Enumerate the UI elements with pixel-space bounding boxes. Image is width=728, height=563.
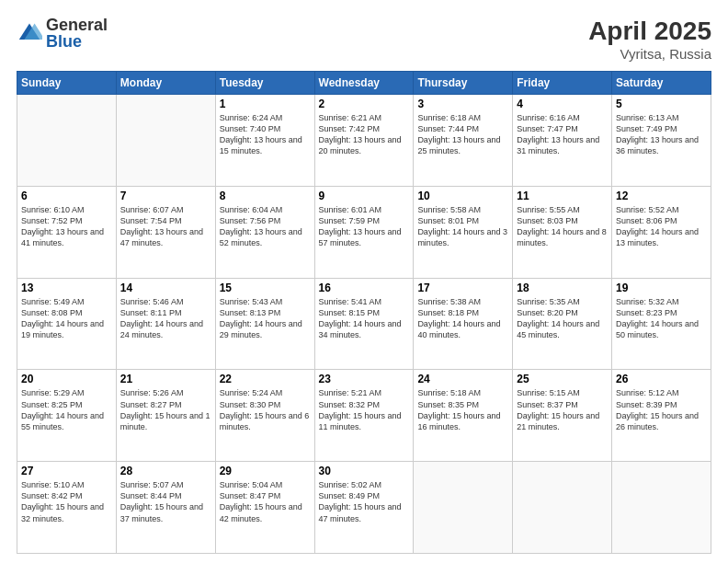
page: General Blue April 2025 Vyritsa, Russia … [0, 0, 728, 563]
calendar-cell: 15Sunrise: 5:43 AM Sunset: 8:13 PM Dayli… [215, 278, 314, 370]
calendar-cell: 14Sunrise: 5:46 AM Sunset: 8:11 PM Dayli… [116, 278, 215, 370]
calendar-cell: 19Sunrise: 5:32 AM Sunset: 8:23 PM Dayli… [612, 278, 711, 370]
month-title: April 2025 [588, 17, 711, 46]
day-info: Sunrise: 5:04 AM Sunset: 8:47 PM Dayligh… [220, 479, 311, 524]
calendar-cell: 30Sunrise: 5:02 AM Sunset: 8:49 PM Dayli… [314, 462, 414, 554]
day-info: Sunrise: 5:49 AM Sunset: 8:08 PM Dayligh… [21, 296, 112, 341]
day-number: 15 [220, 282, 311, 294]
day-number: 21 [120, 373, 211, 385]
header: General Blue April 2025 Vyritsa, Russia [17, 17, 711, 62]
calendar-header-row: SundayMondayTuesdayWednesdayThursdayFrid… [17, 72, 711, 95]
title-block: April 2025 Vyritsa, Russia [588, 17, 711, 62]
day-number: 16 [319, 282, 410, 294]
day-info: Sunrise: 5:41 AM Sunset: 8:15 PM Dayligh… [319, 296, 410, 341]
calendar-cell: 24Sunrise: 5:18 AM Sunset: 8:35 PM Dayli… [414, 370, 513, 462]
calendar-cell: 27Sunrise: 5:10 AM Sunset: 8:42 PM Dayli… [17, 462, 117, 554]
calendar-header-saturday: Saturday [612, 72, 711, 95]
day-info: Sunrise: 6:01 AM Sunset: 7:59 PM Dayligh… [319, 204, 410, 249]
day-number: 25 [517, 373, 608, 385]
calendar-cell: 7Sunrise: 6:07 AM Sunset: 7:54 PM Daylig… [116, 186, 215, 278]
day-info: Sunrise: 5:46 AM Sunset: 8:11 PM Dayligh… [120, 296, 211, 341]
day-number: 23 [319, 373, 410, 385]
calendar-cell: 29Sunrise: 5:04 AM Sunset: 8:47 PM Dayli… [215, 462, 314, 554]
day-info: Sunrise: 6:16 AM Sunset: 7:47 PM Dayligh… [517, 112, 608, 157]
day-number: 11 [517, 190, 608, 202]
day-info: Sunrise: 5:43 AM Sunset: 8:13 PM Dayligh… [220, 296, 311, 341]
calendar-cell: 6Sunrise: 6:10 AM Sunset: 7:52 PM Daylig… [17, 186, 117, 278]
calendar-cell: 5Sunrise: 6:13 AM Sunset: 7:49 PM Daylig… [612, 95, 711, 187]
calendar-cell: 25Sunrise: 5:15 AM Sunset: 8:37 PM Dayli… [513, 370, 612, 462]
calendar-week-2: 6Sunrise: 6:10 AM Sunset: 7:52 PM Daylig… [17, 186, 711, 278]
day-number: 9 [319, 190, 410, 202]
day-number: 1 [220, 98, 311, 110]
day-info: Sunrise: 5:21 AM Sunset: 8:32 PM Dayligh… [319, 387, 410, 432]
day-number: 19 [616, 282, 707, 294]
day-info: Sunrise: 5:10 AM Sunset: 8:42 PM Dayligh… [21, 479, 112, 524]
day-info: Sunrise: 6:18 AM Sunset: 7:44 PM Dayligh… [417, 112, 508, 157]
calendar-cell: 12Sunrise: 5:52 AM Sunset: 8:06 PM Dayli… [612, 186, 711, 278]
calendar-cell: 3Sunrise: 6:18 AM Sunset: 7:44 PM Daylig… [414, 95, 513, 187]
calendar-week-4: 20Sunrise: 5:29 AM Sunset: 8:25 PM Dayli… [17, 370, 711, 462]
calendar-cell: 8Sunrise: 6:04 AM Sunset: 7:56 PM Daylig… [215, 186, 314, 278]
logo-blue-text: Blue [46, 33, 108, 50]
day-number: 2 [319, 98, 410, 110]
calendar-header-thursday: Thursday [414, 72, 513, 95]
day-number: 26 [616, 373, 707, 385]
calendar-cell: 22Sunrise: 5:24 AM Sunset: 8:30 PM Dayli… [215, 370, 314, 462]
day-info: Sunrise: 6:10 AM Sunset: 7:52 PM Dayligh… [21, 204, 112, 249]
logo-general-text: General [46, 17, 108, 33]
day-info: Sunrise: 5:07 AM Sunset: 8:44 PM Dayligh… [120, 479, 211, 524]
calendar-cell: 1Sunrise: 6:24 AM Sunset: 7:40 PM Daylig… [215, 95, 314, 187]
day-info: Sunrise: 5:12 AM Sunset: 8:39 PM Dayligh… [616, 387, 707, 432]
day-info: Sunrise: 6:13 AM Sunset: 7:49 PM Dayligh… [616, 112, 707, 157]
day-number: 3 [417, 98, 508, 110]
calendar-cell: 9Sunrise: 6:01 AM Sunset: 7:59 PM Daylig… [314, 186, 414, 278]
day-info: Sunrise: 5:35 AM Sunset: 8:20 PM Dayligh… [517, 296, 608, 341]
day-number: 18 [517, 282, 608, 294]
day-info: Sunrise: 5:55 AM Sunset: 8:03 PM Dayligh… [517, 204, 608, 249]
day-info: Sunrise: 6:07 AM Sunset: 7:54 PM Dayligh… [120, 204, 211, 249]
calendar-cell: 16Sunrise: 5:41 AM Sunset: 8:15 PM Dayli… [314, 278, 414, 370]
calendar-header-tuesday: Tuesday [215, 72, 314, 95]
calendar-cell [414, 462, 513, 554]
location: Vyritsa, Russia [588, 46, 711, 62]
day-info: Sunrise: 5:26 AM Sunset: 8:27 PM Dayligh… [120, 387, 211, 432]
calendar-cell: 23Sunrise: 5:21 AM Sunset: 8:32 PM Dayli… [314, 370, 414, 462]
calendar-cell: 11Sunrise: 5:55 AM Sunset: 8:03 PM Dayli… [513, 186, 612, 278]
day-info: Sunrise: 5:15 AM Sunset: 8:37 PM Dayligh… [517, 387, 608, 432]
calendar-header-sunday: Sunday [17, 72, 117, 95]
calendar-header-monday: Monday [116, 72, 215, 95]
calendar-week-1: 1Sunrise: 6:24 AM Sunset: 7:40 PM Daylig… [17, 95, 711, 187]
day-number: 22 [220, 373, 311, 385]
calendar-cell: 20Sunrise: 5:29 AM Sunset: 8:25 PM Dayli… [17, 370, 117, 462]
day-info: Sunrise: 5:18 AM Sunset: 8:35 PM Dayligh… [417, 387, 508, 432]
day-number: 28 [120, 465, 211, 477]
calendar-cell: 2Sunrise: 6:21 AM Sunset: 7:42 PM Daylig… [314, 95, 414, 187]
calendar-cell: 10Sunrise: 5:58 AM Sunset: 8:01 PM Dayli… [414, 186, 513, 278]
day-info: Sunrise: 6:24 AM Sunset: 7:40 PM Dayligh… [220, 112, 311, 157]
calendar-week-5: 27Sunrise: 5:10 AM Sunset: 8:42 PM Dayli… [17, 462, 711, 554]
day-info: Sunrise: 5:29 AM Sunset: 8:25 PM Dayligh… [21, 387, 112, 432]
day-number: 30 [319, 465, 410, 477]
day-number: 14 [120, 282, 211, 294]
day-number: 13 [21, 282, 112, 294]
day-number: 4 [517, 98, 608, 110]
day-number: 7 [120, 190, 211, 202]
calendar-week-3: 13Sunrise: 5:49 AM Sunset: 8:08 PM Dayli… [17, 278, 711, 370]
day-number: 10 [417, 190, 508, 202]
day-number: 17 [417, 282, 508, 294]
day-info: Sunrise: 5:58 AM Sunset: 8:01 PM Dayligh… [417, 204, 508, 249]
calendar-cell [612, 462, 711, 554]
day-info: Sunrise: 5:02 AM Sunset: 8:49 PM Dayligh… [319, 479, 410, 524]
calendar-header-friday: Friday [513, 72, 612, 95]
day-info: Sunrise: 5:32 AM Sunset: 8:23 PM Dayligh… [616, 296, 707, 341]
day-number: 24 [417, 373, 508, 385]
day-info: Sunrise: 5:24 AM Sunset: 8:30 PM Dayligh… [220, 387, 311, 432]
day-number: 27 [21, 465, 112, 477]
day-info: Sunrise: 6:21 AM Sunset: 7:42 PM Dayligh… [319, 112, 410, 157]
logo-icon [17, 20, 42, 46]
day-info: Sunrise: 5:38 AM Sunset: 8:18 PM Dayligh… [417, 296, 508, 341]
day-number: 12 [616, 190, 707, 202]
calendar-cell [17, 95, 117, 187]
calendar-cell: 26Sunrise: 5:12 AM Sunset: 8:39 PM Dayli… [612, 370, 711, 462]
